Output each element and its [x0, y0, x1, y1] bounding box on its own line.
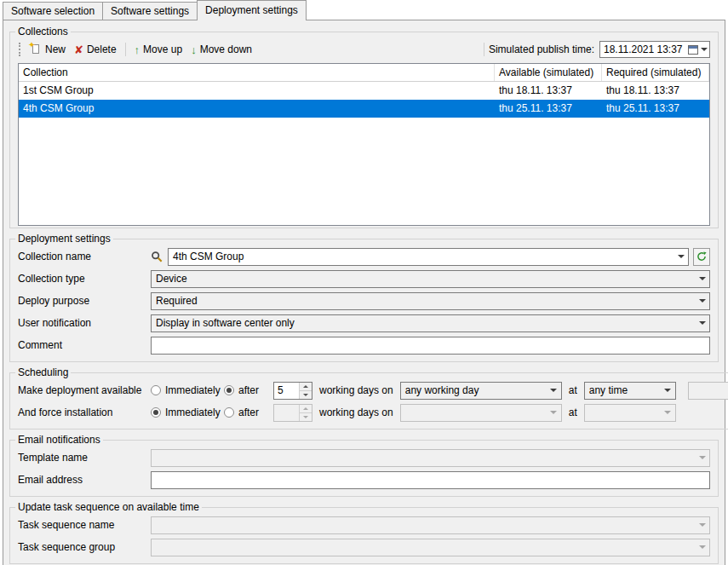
force-immediately-label: Immediately: [165, 406, 221, 418]
email-address-label: Email address: [18, 474, 151, 486]
chevron-down-icon: [664, 411, 671, 414]
template-name-label: Template name: [18, 452, 151, 464]
collection-type-combobox[interactable]: Device: [151, 270, 710, 288]
email-address-input[interactable]: [151, 471, 710, 489]
publish-time-datepicker[interactable]: 18.11.2021 13:37: [599, 41, 710, 58]
available-day-combobox[interactable]: any working day: [400, 382, 562, 400]
make-deployment-available-label: Make deployment available: [18, 384, 151, 396]
move-down-button-label: Move down: [200, 43, 252, 55]
task-sequence-group-label: Update task sequence on available time: [15, 501, 202, 513]
spinner-up-button[interactable]: [300, 383, 312, 390]
force-installation-label: And force installation: [18, 406, 151, 418]
publish-time-label: Simulated publish time:: [489, 43, 594, 55]
chevron-down-icon: [701, 48, 708, 51]
cell-collection: 4th CSM Group: [19, 100, 495, 118]
cell-required: thu 18.11. 13:37: [602, 82, 709, 100]
scheduling-group: Scheduling Make deployment available Imm…: [9, 366, 728, 430]
force-time-combobox: [584, 404, 676, 422]
spinner-down-button[interactable]: [300, 390, 312, 399]
user-notification-combobox[interactable]: Display in software center only: [151, 314, 710, 332]
force-days-value: [274, 405, 299, 421]
table-row[interactable]: 1st CSM Group thu 18.11. 13:37 thu 18.11…: [19, 82, 709, 100]
toolbar-separator: [125, 43, 126, 56]
email-notifications-group-label: Email notifications: [15, 434, 103, 446]
table-row[interactable]: 4th CSM Group thu 25.11. 13:37 thu 25.11…: [19, 100, 709, 118]
move-up-arrow-icon: ↑: [135, 44, 140, 55]
template-name-combobox: [151, 449, 710, 467]
chevron-down-icon: [699, 456, 706, 459]
column-header-required[interactable]: Required (simulated): [602, 64, 709, 81]
chevron-down-icon: [699, 321, 706, 325]
move-up-button[interactable]: ↑ Move up: [130, 42, 187, 57]
collections-table-body: 1st CSM Group thu 18.11. 13:37 thu 18.11…: [19, 82, 709, 225]
new-button-label: New: [45, 43, 66, 55]
collections-toolbar: ✦ New ✘ Delete ↑ Move up ↓ Move down: [18, 38, 710, 61]
cell-collection: 1st CSM Group: [19, 82, 495, 100]
available-immediately-radio[interactable]: [151, 385, 161, 395]
tab-software-selection[interactable]: Software selection: [3, 2, 103, 20]
deployment-settings-group: Deployment settings Collection name 4th …: [9, 233, 719, 362]
force-after-label: after: [238, 406, 259, 418]
collections-group: Collections ✦ New ✘ Delete ↑ Move up: [9, 26, 719, 228]
collections-table: Collection Available (simulated) Require…: [18, 63, 710, 226]
publish-time-value: 18.11.2021 13:37: [600, 43, 686, 55]
task-sequence-group-combobox: [151, 539, 710, 556]
available-at-label: at: [569, 384, 577, 396]
chevron-down-icon: [550, 389, 557, 392]
force-days-spinner: [273, 404, 312, 422]
chevron-down-icon: [550, 411, 557, 414]
available-custom-time-input: [688, 382, 728, 400]
calendar-icon: [688, 45, 698, 55]
collection-name-value: 4th CSM Group: [173, 251, 244, 262]
force-immediately-radio[interactable]: [151, 407, 161, 418]
chevron-down-icon: [699, 277, 706, 280]
task-sequence-name-combobox: [151, 516, 710, 534]
move-down-button[interactable]: ↓ Move down: [186, 42, 256, 57]
new-document-icon: ✦: [30, 43, 42, 55]
tab-software-settings[interactable]: Software settings: [102, 2, 198, 20]
cell-available: thu 18.11. 13:37: [495, 82, 602, 100]
scheduling-group-label: Scheduling: [15, 366, 71, 378]
delete-button-label: Delete: [87, 43, 117, 55]
column-header-available[interactable]: Available (simulated): [495, 64, 602, 81]
available-day-value: any working day: [405, 384, 479, 396]
available-immediately-label: Immediately: [165, 384, 221, 396]
refresh-icon: [696, 251, 707, 262]
force-working-days-label: working days on: [319, 406, 393, 418]
force-after-radio[interactable]: [224, 407, 234, 418]
available-days-value: 5: [274, 383, 299, 399]
new-button[interactable]: ✦ New: [26, 42, 70, 57]
available-time-combobox[interactable]: any time: [584, 382, 676, 400]
force-day-combobox: [400, 404, 562, 422]
deploy-purpose-label: Deploy purpose: [18, 295, 151, 307]
move-up-button-label: Move up: [143, 43, 182, 55]
refresh-button[interactable]: [693, 248, 710, 266]
deploy-purpose-combobox[interactable]: Required: [151, 292, 710, 310]
delete-x-icon: ✘: [74, 44, 83, 55]
email-notifications-group: Email notifications Template name Email …: [9, 434, 719, 497]
available-after-label: after: [238, 384, 259, 396]
available-time-value: any time: [589, 384, 628, 396]
chevron-down-icon: [664, 389, 671, 392]
user-notification-value: Display in software center only: [156, 317, 295, 329]
available-working-days-label: working days on: [319, 384, 393, 396]
comment-input[interactable]: [151, 337, 710, 355]
tabstrip: Software selection Software settings Dep…: [0, 0, 728, 20]
available-after-radio[interactable]: [224, 385, 234, 395]
publish-time-dropdown-button[interactable]: [686, 42, 709, 57]
deployment-settings-group-label: Deployment settings: [15, 233, 113, 245]
search-icon: [151, 251, 163, 262]
column-header-collection[interactable]: Collection: [19, 64, 495, 81]
available-days-spinner[interactable]: 5: [273, 382, 312, 400]
chevron-down-icon: [699, 523, 706, 527]
collection-name-combobox[interactable]: 4th CSM Group: [168, 248, 689, 266]
user-notification-label: User notification: [18, 317, 151, 329]
delete-button[interactable]: ✘ Delete: [70, 42, 121, 57]
collections-group-label: Collections: [15, 26, 71, 37]
deployment-settings-panel: Collections ✦ New ✘ Delete ↑ Move up: [3, 20, 725, 565]
collection-type-label: Collection type: [18, 273, 151, 285]
tab-deployment-settings[interactable]: Deployment settings: [197, 0, 307, 20]
task-sequence-group: Update task sequence on available time T…: [9, 501, 719, 564]
chevron-down-icon: [699, 299, 706, 303]
cell-available: thu 25.11. 13:37: [495, 100, 602, 118]
